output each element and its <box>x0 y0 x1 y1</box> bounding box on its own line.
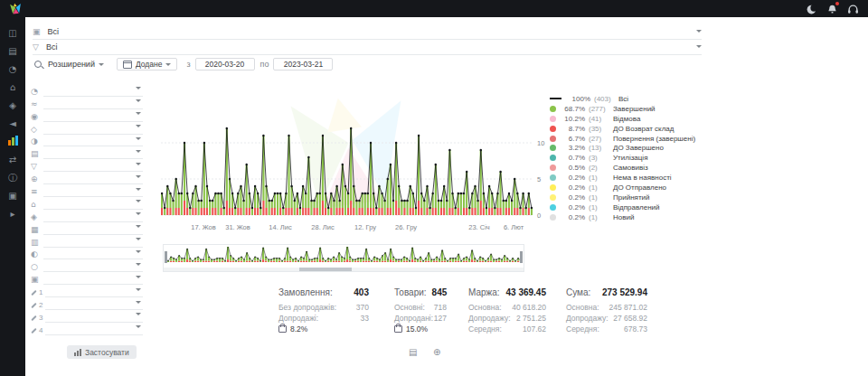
lines-icon: ≡ <box>31 187 43 197</box>
stat-subvalue: 107.62 <box>523 324 546 334</box>
legend-percent: 0.2% <box>561 203 585 212</box>
video-icon[interactable]: ▸ <box>5 208 21 220</box>
filter-select[interactable] <box>43 133 143 146</box>
clients-icon[interactable]: ◔ <box>5 63 21 75</box>
filter-select[interactable] <box>43 146 143 159</box>
chevron-down-icon <box>136 313 141 315</box>
stat-subrow: Основна:245 871.02 <box>566 302 647 313</box>
legend-percent: 0.5% <box>561 164 585 172</box>
filter-select[interactable] <box>43 221 143 235</box>
bag-icon <box>278 325 287 333</box>
chevron-down-icon <box>136 163 141 165</box>
date-field-select[interactable]: Додане <box>117 58 178 70</box>
search-mode-select[interactable]: Розширений <box>48 60 104 69</box>
legend-label: Прийнятий <box>613 193 650 202</box>
legend-percent: 10.2% <box>561 115 585 123</box>
support-icon[interactable] <box>847 3 859 14</box>
legend-item[interactable]: 0.7%(3)Утилізація <box>550 153 695 163</box>
table-view-icon[interactable]: ▤ <box>409 347 417 357</box>
filter-select[interactable] <box>43 158 143 172</box>
filter-bar-2[interactable]: ▽ Всі <box>33 39 702 55</box>
custom-field-select[interactable] <box>45 322 143 335</box>
brand-logo[interactable] <box>9 3 22 15</box>
stat-subvalue: 40 618.20 <box>512 303 546 312</box>
legend-item[interactable]: 0.2%(1)Відправлений <box>550 202 695 212</box>
brush-handle-right[interactable] <box>520 251 523 263</box>
info-icon[interactable]: ⓘ <box>5 172 21 183</box>
apply-button[interactable]: Застосувати <box>67 345 137 359</box>
filter-select[interactable] <box>43 108 143 122</box>
legend-item[interactable]: 8.7%(35)ДО Возврат склад <box>550 124 695 134</box>
filter-bar-1[interactable]: ▣ Всі <box>33 24 702 40</box>
stat-title: Товари: <box>394 287 427 297</box>
date-from-input[interactable]: 2020-03-20 <box>195 58 255 70</box>
chart-brush[interactable] <box>163 244 524 272</box>
legend-item[interactable]: 10.2%(41)Відмова <box>550 114 695 124</box>
legend-percent: 0.2% <box>561 174 585 182</box>
date-to-input[interactable]: 2023-03-21 <box>273 58 333 70</box>
home-icon[interactable]: ⌂ <box>5 81 21 93</box>
filter-select[interactable] <box>43 271 143 285</box>
stats-column: Маржа:43 369.45Основна:40 618.20Допродаж… <box>468 287 546 334</box>
filter-select[interactable] <box>43 234 143 248</box>
stat-value: 403 <box>354 287 369 297</box>
tags-icon[interactable]: ◈ <box>5 99 21 111</box>
filter-select[interactable] <box>43 96 143 109</box>
custom-field-select[interactable] <box>45 309 143 323</box>
globe-icon[interactable]: ⊕ <box>433 347 440 357</box>
legend-line-icon <box>550 98 561 99</box>
filter-2-value: Всі <box>46 42 58 52</box>
legend-item[interactable]: 0.2%(1)ДО Отправлено <box>550 183 695 193</box>
stat-subrow: Допродажу:27 658.92 <box>566 313 647 324</box>
moon-icon[interactable] <box>806 3 817 14</box>
brush-scroll-track[interactable] <box>164 268 524 271</box>
stat-sublabel: Основна: <box>566 303 599 312</box>
dashboard-icon[interactable]: ◫ <box>5 27 21 39</box>
legend-dot-icon <box>550 155 556 161</box>
notifications-icon[interactable] <box>826 3 838 14</box>
legend-percent: 0.2% <box>561 213 585 221</box>
orders-icon[interactable]: ▤ <box>5 45 21 57</box>
stat-subvalue: 2 751.25 <box>516 314 546 323</box>
legend-item[interactable]: 0.5%(2)Самовивіз <box>550 163 695 173</box>
integrations-icon[interactable]: ⇄ <box>5 154 21 165</box>
stats-column: Товари:845Основні:718Допродані:12715.0% <box>394 287 447 334</box>
custom-field-select[interactable] <box>45 284 143 297</box>
legend-item[interactable]: 68.7%(277)Завершений <box>550 104 695 114</box>
filter-select[interactable] <box>43 196 143 210</box>
custom-field-select[interactable] <box>45 296 143 310</box>
legend-item[interactable]: 0.2%(1)Нема в наявності <box>550 173 695 183</box>
legend-label: Завершений <box>613 105 656 113</box>
legend-item[interactable]: 100%(403)Всі <box>550 94 695 104</box>
apps-icon[interactable]: ▣ <box>5 190 21 202</box>
filter-select[interactable] <box>43 258 143 272</box>
stat-sublabel: Допродажі: <box>278 314 318 323</box>
legend-item[interactable]: 6.7%(27)Повернення (завершені) <box>550 134 695 144</box>
pencil-icon <box>31 328 36 334</box>
legend-item[interactable]: 0.2%(1)Новий <box>550 212 695 222</box>
globe-icon: ⊕ <box>31 174 43 184</box>
brush-scroll-thumb[interactable] <box>299 268 352 271</box>
filter-select[interactable] <box>43 246 143 259</box>
filter-select[interactable] <box>43 209 143 222</box>
orders-chart[interactable] <box>161 90 533 221</box>
stat-sublabel: Допродані: <box>394 314 433 323</box>
legend-count: (13) <box>589 144 613 152</box>
search-icon[interactable] <box>34 61 42 68</box>
filter-select[interactable] <box>43 121 143 135</box>
legend-count: (3) <box>589 154 613 162</box>
legend-count: (1) <box>589 183 613 192</box>
filter-select[interactable] <box>43 83 143 97</box>
analytics-icon[interactable] <box>5 136 21 147</box>
marketing-icon[interactable]: ◄ <box>5 118 21 129</box>
brush-handle-left[interactable] <box>165 251 167 263</box>
stat-subvalue: 370 <box>356 303 369 312</box>
chevron-down-icon <box>136 137 141 140</box>
legend-item[interactable]: 0.2%(1)Прийнятий <box>550 193 695 202</box>
chevron-down-icon <box>136 99 141 102</box>
filter-select[interactable] <box>43 171 143 184</box>
chevron-down-icon <box>136 325 141 328</box>
filter-select[interactable] <box>43 183 143 197</box>
legend-percent: 3.2% <box>561 144 585 152</box>
legend-item[interactable]: 3.2%(13)ДО Завершено <box>550 143 695 153</box>
